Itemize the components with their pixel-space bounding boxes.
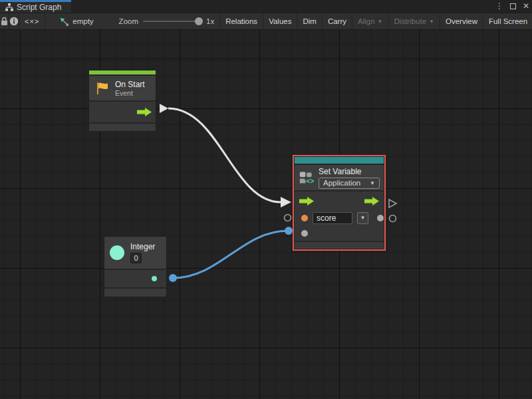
node-body xyxy=(89,102,156,122)
node-footer xyxy=(295,242,384,249)
node-subtitle: Event xyxy=(115,89,145,97)
value-out-port[interactable] xyxy=(377,215,384,221)
flow-edge[interactable] xyxy=(168,108,281,202)
fullscreen-button[interactable]: Full Screen xyxy=(483,13,532,29)
node-title: Integer xyxy=(130,242,155,251)
integer-value-field[interactable]: 0 xyxy=(130,253,142,263)
variables-icon: <> xyxy=(299,170,314,186)
node-header[interactable]: On Start Event xyxy=(89,76,156,100)
flag-icon xyxy=(95,81,108,96)
overview-button[interactable]: Overview xyxy=(440,13,483,29)
variable-scope-dropdown[interactable]: Application ▼ xyxy=(319,178,380,189)
close-icon[interactable]: ✕ xyxy=(523,0,529,13)
node-accent-strip xyxy=(89,70,156,74)
integer-type-icon xyxy=(110,245,124,260)
name-port-row: ▼ xyxy=(295,209,384,227)
node-body xyxy=(104,270,166,287)
lock-icon xyxy=(0,17,9,26)
node-integer[interactable]: Integer 0 xyxy=(104,236,167,297)
value-port-row xyxy=(295,227,384,240)
distribute-dropdown[interactable]: Distribute▼ xyxy=(388,13,440,29)
maximize-icon[interactable] xyxy=(510,3,516,9)
name-in-port[interactable] xyxy=(301,215,308,221)
titlebar: Script Graph ⋮ ✕ xyxy=(0,0,532,13)
chevron-down-icon: ▼ xyxy=(378,19,383,25)
graph-asset-label: empty xyxy=(72,17,93,25)
tab-script-graph[interactable]: Script Graph xyxy=(0,0,71,13)
edge-layer xyxy=(0,30,532,399)
graph-asset-icon xyxy=(60,17,69,26)
flow-out-connector[interactable] xyxy=(388,198,398,209)
tab-title: Script Graph xyxy=(17,3,61,12)
node-body: ▼ xyxy=(295,192,384,241)
kebab-menu-icon[interactable]: ⋮ xyxy=(495,0,503,13)
value-in-port[interactable] xyxy=(301,230,308,237)
svg-text:<>: <> xyxy=(307,178,314,185)
edge-end-arrow[interactable] xyxy=(281,197,291,207)
value-edge-start-dot[interactable] xyxy=(169,274,177,282)
flow-port-row xyxy=(295,194,384,209)
info-button[interactable] xyxy=(9,13,19,29)
value-edge-end-dot[interactable] xyxy=(285,227,293,235)
node-on-start[interactable]: On Start Event xyxy=(88,70,156,132)
dim-button[interactable]: Dim xyxy=(297,13,321,29)
flow-out-port[interactable] xyxy=(364,197,379,205)
values-button[interactable]: Values xyxy=(263,13,297,29)
node-header[interactable]: Integer 0 xyxy=(104,237,166,269)
node-footer xyxy=(104,289,166,297)
relations-button[interactable]: Relations xyxy=(219,13,263,29)
value-out-port[interactable] xyxy=(152,276,157,281)
node-title: Set Variable xyxy=(319,167,380,176)
graph-icon xyxy=(5,3,13,11)
chevron-down-icon: ▼ xyxy=(429,19,434,25)
node-header[interactable]: <> Set Variable Application ▼ xyxy=(295,165,384,190)
node-set-variable[interactable]: <> Set Variable Application ▼ xyxy=(295,157,384,249)
scope-label: Application xyxy=(323,179,360,187)
zoom-control: Zoom 1x xyxy=(114,13,220,29)
node-title: On Start xyxy=(115,80,145,89)
lock-button[interactable] xyxy=(0,13,9,29)
window-controls: ⋮ ✕ xyxy=(495,0,529,13)
flow-in-port[interactable] xyxy=(299,197,314,205)
selection-outline: <> Set Variable Application ▼ xyxy=(293,155,386,251)
name-in-connector[interactable] xyxy=(283,213,292,222)
code-preview-button[interactable]: <×> xyxy=(19,13,45,29)
zoom-value: 1x xyxy=(206,17,214,25)
graph-asset-chip[interactable]: empty xyxy=(55,13,98,29)
node-accent-strip xyxy=(295,157,384,164)
align-dropdown[interactable]: Align▼ xyxy=(352,13,388,29)
graph-toolbar: <×> empty Zoom 1x Relations Values Dim C… xyxy=(0,13,532,30)
toolbar-buttons: Relations Values Dim Carry Align▼ Distri… xyxy=(219,13,532,29)
script-graph-window: Script Graph ⋮ ✕ <×> xyxy=(0,0,532,399)
zoom-label: Zoom xyxy=(119,17,138,25)
zoom-slider-handle[interactable] xyxy=(195,17,203,25)
value-edge[interactable] xyxy=(173,231,288,278)
graph-canvas[interactable]: On Start Event <> xyxy=(0,30,532,399)
edge-start-arrow[interactable] xyxy=(160,104,168,113)
value-out-connector[interactable] xyxy=(388,214,397,223)
chevron-down-icon: ▼ xyxy=(370,180,375,186)
variable-name-input[interactable] xyxy=(313,212,352,224)
info-icon xyxy=(9,17,19,26)
variable-picker-dropdown[interactable]: ▼ xyxy=(357,212,368,224)
zoom-slider[interactable] xyxy=(143,21,201,22)
node-footer xyxy=(89,124,156,131)
flow-out-port[interactable] xyxy=(137,108,152,116)
carry-button[interactable]: Carry xyxy=(322,13,352,29)
